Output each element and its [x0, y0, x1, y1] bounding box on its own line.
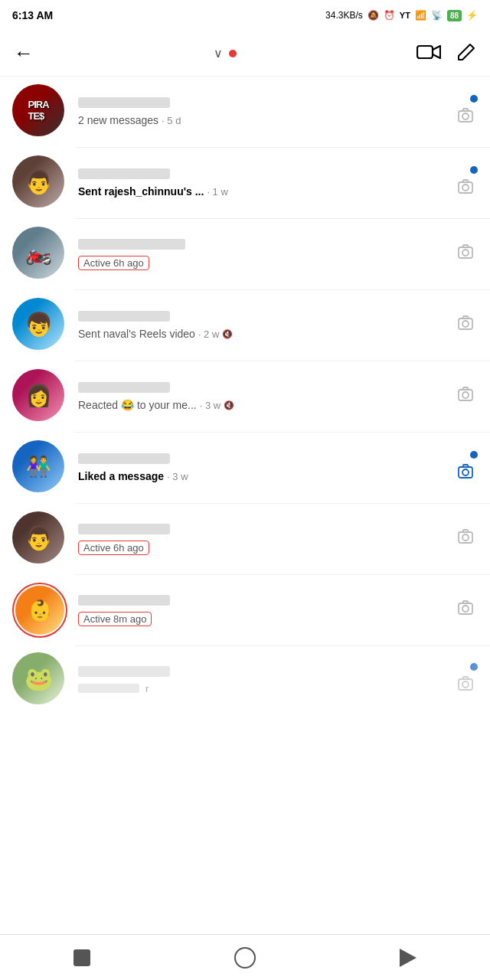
conversation-item[interactable]: 👦 Sent naval's Reels video · 2 w 🔇: [0, 290, 490, 361]
message-meta: [458, 663, 478, 697]
back-button-nav[interactable]: [385, 942, 431, 973]
svg-point-18: [462, 681, 469, 688]
mute-icon: 🔇: [224, 400, 234, 410]
status-time: 6:13 AM: [12, 9, 53, 21]
conversation-item[interactable]: 👨 Sent rajesh_chinnuu's ... · 1 w: [0, 148, 490, 218]
camera-icon: [458, 243, 478, 265]
svg-rect-0: [417, 46, 433, 58]
camera-icon: [458, 386, 478, 407]
conversation-item[interactable]: 👩 Reacted 😂 to your me... · 3 w 🔇: [0, 361, 490, 432]
svg-point-2: [462, 113, 469, 119]
edit-icon[interactable]: [456, 42, 476, 65]
signal-icon: 📶: [415, 10, 426, 21]
avatar-container: 👨: [12, 155, 67, 211]
message-preview: r: [78, 683, 452, 694]
svg-point-6: [462, 250, 469, 256]
alarm-icon: ⏰: [384, 10, 395, 21]
contact-name-blurred: [78, 524, 170, 534]
nav-right: [416, 42, 476, 65]
contact-name-blurred: [78, 666, 170, 677]
message-preview: Liked a message · 3 w: [78, 470, 452, 482]
avatar: 🐸: [12, 652, 64, 704]
avatar-container: 👶: [12, 583, 67, 638]
avatar-container: 👨: [12, 511, 67, 567]
unread-dot: [470, 451, 478, 459]
camera-icon: [458, 178, 478, 200]
mute-icon: 🔇: [222, 329, 233, 339]
notification-dot: [229, 50, 237, 57]
network-speed: 34.3KB/s: [325, 10, 363, 21]
nav-left: ←: [14, 41, 34, 65]
message-content: 2 new messages · 5 d: [78, 97, 452, 126]
contact-name-blurred: [78, 168, 170, 179]
message-content: Liked a message · 3 w: [78, 453, 452, 482]
svg-rect-15: [459, 603, 472, 614]
camera-icon: [458, 463, 478, 485]
contact-name-blurred: [78, 311, 170, 322]
wifi-icon: 📡: [431, 10, 443, 21]
message-preview: Reacted 😂 to your me... · 3 w 🔇: [78, 399, 452, 411]
message-meta: [458, 386, 478, 407]
conversation-item[interactable]: PIRATE$ 2 new messages · 5 d: [0, 77, 490, 147]
svg-point-16: [462, 606, 469, 612]
avatar: 👦: [12, 298, 64, 350]
svg-point-12: [462, 469, 469, 475]
message-meta: [458, 599, 478, 621]
reacted-text: Reacted 😂 to your me...: [78, 399, 197, 411]
svg-rect-13: [459, 532, 472, 543]
active-status-badge: Active 8m ago: [78, 612, 152, 626]
message-preview: Active 6h ago: [78, 256, 452, 270]
preview-blurred: [78, 684, 139, 693]
camera-icon: [458, 315, 478, 336]
message-content: Active 6h ago: [78, 524, 452, 555]
message-preview: Sent rajesh_chinnuu's ... · 1 w: [78, 185, 452, 198]
contact-name-blurred: [78, 97, 170, 108]
yt-icon: YT: [400, 11, 410, 20]
top-nav-bar: ← ∨: [0, 31, 490, 77]
avatar-container: 👫: [12, 440, 67, 495]
avatar-container: 👩: [12, 369, 67, 424]
unread-dot: [470, 166, 478, 174]
message-content: Active 6h ago: [78, 239, 452, 270]
story-ring: 👶: [12, 583, 67, 638]
message-content: Reacted 😂 to your me... · 3 w 🔇: [78, 382, 452, 411]
conversation-item[interactable]: 🏍️ Active 6h ago: [0, 219, 490, 289]
message-preview: Sent naval's Reels video · 2 w 🔇: [78, 328, 452, 340]
message-meta: [458, 528, 478, 550]
avatar: 👩: [12, 369, 64, 421]
stop-button[interactable]: [59, 942, 105, 973]
svg-rect-17: [459, 679, 472, 690]
avatar: 👨: [12, 511, 64, 564]
avatar-container: 👦: [12, 298, 67, 353]
message-preview: Active 6h ago: [78, 541, 452, 555]
svg-point-4: [462, 185, 469, 191]
active-status-badge: Active 6h ago: [78, 256, 149, 270]
message-preview: 2 new messages · 5 d: [78, 114, 452, 126]
circle-icon: [234, 947, 256, 969]
camera-icon: [458, 675, 478, 697]
message-content: r: [78, 666, 452, 694]
message-meta: [458, 95, 478, 129]
unread-dot: [470, 663, 478, 671]
active-status-badge: Active 6h ago: [78, 541, 149, 555]
bottom-navigation: [0, 934, 490, 980]
conversation-item[interactable]: 👫 Liked a message · 3 w: [0, 433, 490, 503]
home-button[interactable]: [222, 942, 268, 973]
video-camera-icon[interactable]: [416, 43, 441, 64]
conversation-item[interactable]: 🐸 r: [0, 646, 490, 714]
avatar: PIRATE$: [12, 84, 64, 136]
status-icons: 34.3KB/s 🔕 ⏰ YT 📶 📡 88 ⚡: [325, 10, 478, 21]
message-meta: [458, 315, 478, 336]
avatar: 👶: [15, 586, 64, 635]
message-meta: [458, 451, 478, 485]
contact-name-blurred: [78, 382, 170, 393]
mute-icon: 🔕: [368, 10, 379, 21]
battery-icon: 88: [447, 10, 462, 21]
camera-icon: [458, 107, 478, 129]
conversation-item[interactable]: 👨 Active 6h ago: [0, 504, 490, 574]
contact-name-blurred: [78, 239, 185, 250]
chevron-down-icon[interactable]: ∨: [214, 46, 223, 60]
charging-icon: ⚡: [466, 10, 478, 21]
back-button[interactable]: ←: [14, 41, 34, 65]
conversation-item[interactable]: 👶 Active 8m ago: [0, 575, 490, 645]
